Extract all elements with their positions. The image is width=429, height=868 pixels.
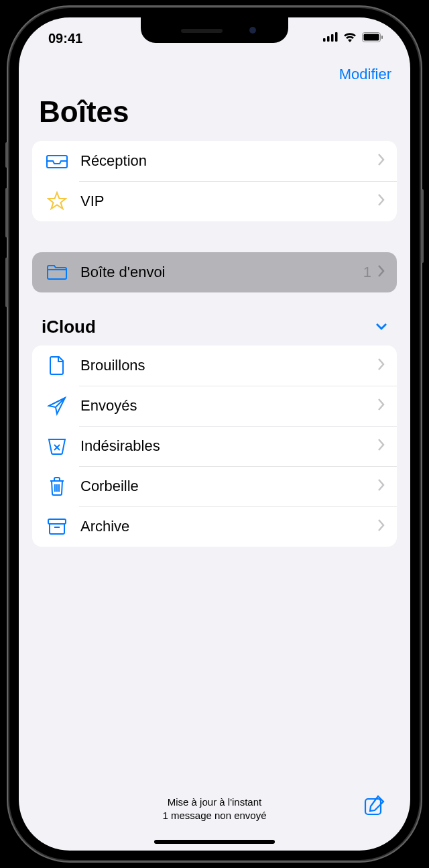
svg-rect-2: [331, 34, 334, 42]
battery-icon: [362, 32, 383, 45]
mailbox-count: 1: [363, 264, 371, 281]
svg-rect-6: [381, 36, 383, 39]
mailbox-junk[interactable]: Indésirables: [32, 426, 397, 466]
mailbox-sent[interactable]: Envoyés: [32, 386, 397, 426]
page-title: Boîtes: [19, 90, 410, 141]
mailbox-label: VIP: [80, 193, 378, 210]
navigation-bar: Modifier: [19, 54, 410, 90]
svg-rect-0: [323, 38, 326, 42]
chevron-right-icon: [378, 358, 385, 373]
home-indicator[interactable]: [154, 840, 275, 844]
mailbox-label: Boîte d'envoi: [80, 264, 363, 281]
chevron-right-icon: [378, 265, 385, 280]
chevron-right-icon: [378, 154, 385, 168]
mailbox-outbox[interactable]: Boîte d'envoi 1: [32, 252, 397, 292]
star-icon: [46, 190, 68, 213]
chevron-down-icon: [375, 321, 387, 333]
trash-icon: [46, 475, 68, 498]
edit-button[interactable]: Modifier: [339, 66, 391, 83]
chevron-right-icon: [378, 439, 385, 453]
mailbox-label: Corbeille: [80, 478, 378, 495]
svg-rect-5: [364, 34, 379, 40]
cellular-icon: [323, 32, 338, 44]
mailbox-label: Archive: [80, 518, 378, 535]
mailbox-trash[interactable]: Corbeille: [32, 466, 397, 506]
svg-rect-3: [335, 32, 338, 42]
document-icon: [46, 354, 68, 377]
account-section-header[interactable]: iCloud: [32, 292, 397, 345]
chevron-right-icon: [378, 398, 385, 413]
mailbox-inbox[interactable]: Réception: [32, 141, 397, 181]
mailbox-label: Indésirables: [80, 437, 378, 455]
svg-rect-14: [48, 519, 66, 524]
mailbox-archive[interactable]: Archive: [32, 506, 397, 547]
status-time: 09:41: [48, 31, 82, 46]
mailbox-label: Réception: [80, 152, 378, 170]
chevron-right-icon: [378, 479, 385, 494]
archive-icon: [46, 515, 68, 538]
folder-icon: [46, 261, 68, 284]
svg-rect-1: [327, 36, 330, 42]
outbox-group: Boîte d'envoi 1: [32, 252, 397, 292]
inbox-icon: [46, 150, 68, 172]
compose-button[interactable]: [363, 794, 386, 820]
chevron-right-icon: [378, 194, 385, 209]
wifi-icon: [343, 32, 357, 45]
sync-status-line2: 1 message non envoyé: [162, 809, 266, 822]
chevron-right-icon: [378, 519, 385, 534]
junk-icon: [46, 435, 68, 457]
sync-status: Mise à jour à l'instant 1 message non en…: [162, 796, 266, 823]
mailbox-vip[interactable]: VIP: [32, 181, 397, 221]
account-folders-group: Brouillons Envoyés Indésirables: [32, 345, 397, 547]
mailbox-drafts[interactable]: Brouillons: [32, 345, 397, 386]
status-icons: [323, 32, 383, 45]
mailbox-label: Envoyés: [80, 397, 378, 415]
sent-icon: [46, 394, 68, 417]
sync-status-line1: Mise à jour à l'instant: [162, 796, 266, 809]
mailbox-label: Brouillons: [80, 357, 378, 374]
favorites-group: Réception VIP: [32, 141, 397, 221]
account-name: iCloud: [42, 317, 96, 337]
